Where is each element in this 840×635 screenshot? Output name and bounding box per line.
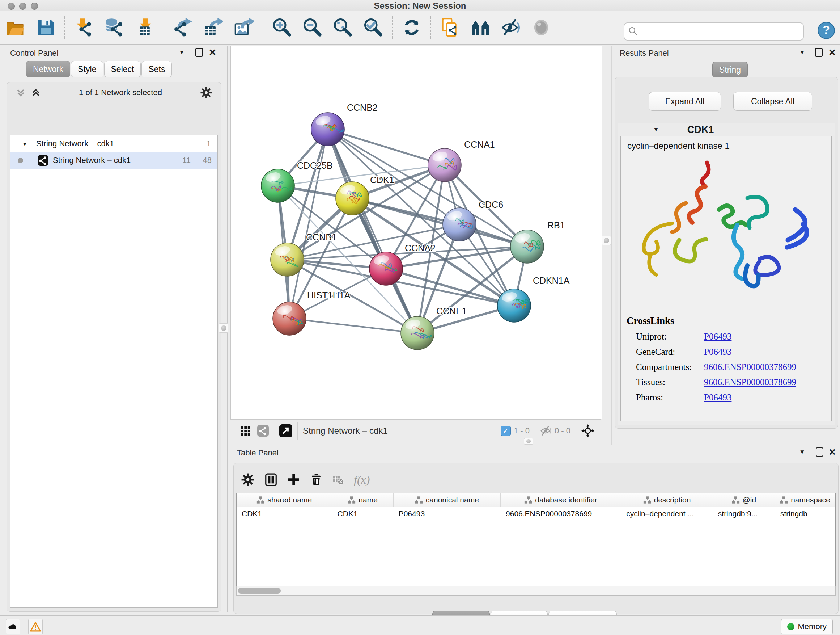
table-gear-icon[interactable] <box>241 473 255 486</box>
memory-button[interactable]: Memory <box>781 619 833 634</box>
first-neighbors-button[interactable] <box>470 16 491 39</box>
warnings-button[interactable] <box>28 619 43 634</box>
crosslink-link[interactable]: P06493 <box>704 347 731 357</box>
section-collapse-icon[interactable]: ▼ <box>653 126 659 133</box>
panel-close-icon[interactable]: × <box>829 49 836 56</box>
export-network-button[interactable] <box>172 16 194 39</box>
node-CDK1[interactable] <box>336 182 369 215</box>
table-cell[interactable]: 9606.ENSP00000378699 <box>501 509 621 518</box>
scrollbar-thumb[interactable] <box>238 588 281 594</box>
panel-float-icon[interactable] <box>815 48 823 57</box>
delete-column-icon[interactable] <box>309 473 323 486</box>
column-header-name[interactable]: name <box>332 493 393 507</box>
expand-all-chevron-icon[interactable] <box>31 88 41 98</box>
crosslink-link[interactable]: 9606.ENSP00000378699 <box>704 362 796 372</box>
column-header-database-identifier[interactable]: database identifier <box>501 493 621 507</box>
table-cell[interactable]: cyclin–dependent ... <box>621 509 713 518</box>
help-button[interactable]: ? <box>817 21 836 41</box>
gene-section-header[interactable]: ▼ CDK1 <box>618 123 835 136</box>
show-columns-icon[interactable] <box>264 473 278 486</box>
search-input[interactable] <box>643 27 803 36</box>
export-table-icon <box>204 18 223 37</box>
zoom-selected-button[interactable] <box>363 16 384 39</box>
tab-sets[interactable]: Sets <box>141 61 172 78</box>
column-header-description[interactable]: description <box>621 493 713 507</box>
crosslink-link[interactable]: P06493 <box>704 393 731 402</box>
panel-menu-icon[interactable]: ▼ <box>799 49 805 56</box>
clone-network-button[interactable] <box>439 16 461 39</box>
network-graph[interactable]: CCNB2CCNA1CDC25BCDK1CDC6RB1CCNB1CCNA2CDK… <box>231 46 602 419</box>
network-tree-row[interactable]: String Network – cdk1 11 48 <box>11 152 218 169</box>
tree-expand-icon[interactable]: ▼ <box>22 141 27 147</box>
edge-CCNB2-CCNA1[interactable] <box>328 129 445 165</box>
panel-close-icon[interactable]: × <box>829 448 836 455</box>
right-splitter-grip[interactable] <box>602 236 611 245</box>
hide-selected-button[interactable] <box>500 16 522 39</box>
column-header-shared-name[interactable]: shared name <box>237 493 332 507</box>
zoom-fit-button[interactable] <box>332 16 354 39</box>
fit-crosshair-icon[interactable] <box>581 424 595 438</box>
table-cell[interactable]: P06493 <box>393 509 501 518</box>
crosslink-link[interactable]: 9606.ENSP00000378699 <box>704 377 796 387</box>
table-cell[interactable]: stringdb:9... <box>713 509 775 518</box>
node-CDKN1A[interactable] <box>497 289 531 322</box>
open-session-button[interactable] <box>4 16 26 39</box>
network-canvas[interactable]: CCNB2CCNA1CDC25BCDK1CDC6RB1CCNB1CCNA2CDK… <box>231 46 602 419</box>
panel-menu-icon[interactable]: ▼ <box>179 49 185 56</box>
table-cell[interactable]: CDK1 <box>332 509 393 518</box>
table-cell[interactable]: CDK1 <box>237 509 332 518</box>
save-session-button[interactable] <box>35 16 57 39</box>
zoom-in-button[interactable] <box>271 16 293 39</box>
network-panel-box: 1 of 1 Network selected ▼ String Network… <box>6 82 221 612</box>
panel-close-icon[interactable]: × <box>209 49 216 56</box>
node-count: 11 <box>182 156 191 165</box>
export-table-button[interactable] <box>202 16 224 39</box>
collapse-all-chevron-icon[interactable] <box>16 88 26 98</box>
node-CCNB2[interactable] <box>311 112 344 146</box>
tab-string[interactable]: String <box>712 62 748 78</box>
tab-select[interactable]: Select <box>104 61 141 78</box>
grid-view-icon[interactable] <box>240 425 251 436</box>
table-cell[interactable]: stringdb <box>775 509 835 518</box>
node-CCNA1[interactable] <box>428 149 461 182</box>
add-column-icon[interactable] <box>287 473 300 486</box>
zoom-out-button[interactable] <box>302 16 324 39</box>
edge-CCNE1-HIST1H1A[interactable] <box>289 318 417 333</box>
node-CDC6[interactable] <box>443 208 476 241</box>
import-network-file-button[interactable] <box>73 16 95 39</box>
column-header-canonical-name[interactable]: canonical name <box>393 493 501 507</box>
table-hscrollbar[interactable] <box>236 586 836 595</box>
cloud-button[interactable] <box>6 619 20 634</box>
node-RB1[interactable] <box>510 230 544 263</box>
network-options-gear-icon[interactable] <box>200 87 212 99</box>
tab-style[interactable]: Style <box>71 61 103 78</box>
apply-layout-button[interactable] <box>401 16 423 39</box>
left-splitter-grip[interactable] <box>219 323 228 333</box>
table-toolbar: f(x) <box>241 468 379 491</box>
node-CCNE1[interactable] <box>401 317 434 350</box>
selected-nodes-checkbox[interactable]: ✓ <box>501 426 511 436</box>
column-header-@id[interactable]: @id <box>713 493 775 507</box>
panel-float-icon[interactable] <box>816 448 823 456</box>
panel-float-icon[interactable] <box>195 48 203 57</box>
panel-menu-icon[interactable]: ▼ <box>799 448 805 456</box>
node-CCNA2[interactable] <box>369 252 403 285</box>
node-CCNB1[interactable] <box>271 243 304 276</box>
node-HIST1H1A[interactable] <box>273 302 306 335</box>
crosslink-row: GeneCard:P06493 <box>627 347 796 357</box>
table-row[interactable]: CDK1CDK1P064939606.ENSP00000378699cyclin… <box>237 507 835 520</box>
tab-network[interactable]: Network <box>26 61 70 78</box>
birdseye-share-icon[interactable] <box>257 425 269 437</box>
expand-all-button[interactable]: Expand All <box>649 92 721 111</box>
collapse-all-button[interactable]: Collapse All <box>733 92 812 111</box>
node-CDC25B[interactable] <box>261 169 294 203</box>
bottom-splitter-grip[interactable] <box>524 438 533 445</box>
import-table-file-button[interactable] <box>134 16 156 39</box>
open-in-window-icon[interactable] <box>279 424 292 437</box>
crosslink-link[interactable]: P06493 <box>704 332 731 342</box>
export-image-button[interactable] <box>233 16 255 39</box>
table-gear-icon <box>241 473 255 486</box>
network-tree-root-row[interactable]: ▼ String Network – cdk1 1 <box>11 135 218 152</box>
import-network-database-button[interactable] <box>103 16 125 39</box>
column-header-namespace[interactable]: namespace <box>775 493 835 507</box>
